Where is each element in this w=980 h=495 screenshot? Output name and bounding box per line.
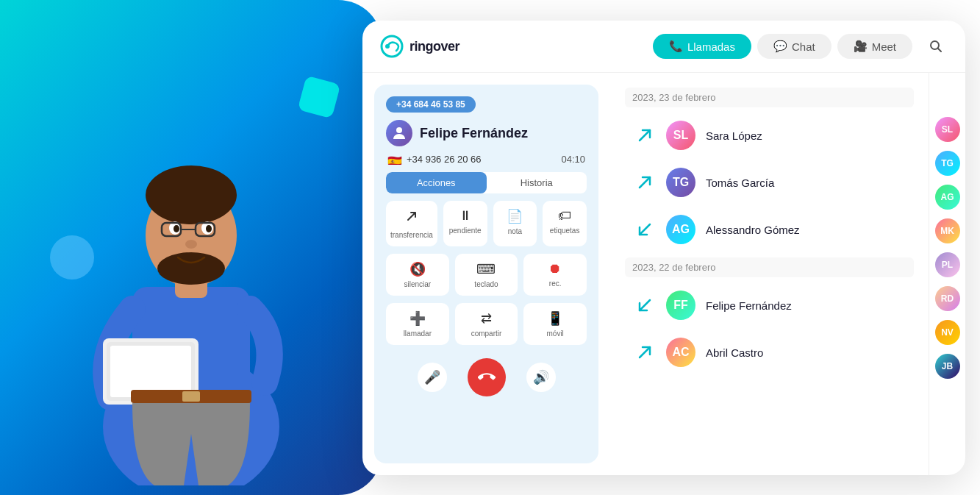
call-in-icon-2 — [634, 294, 656, 316]
contact-tomas[interactable]: TG Tomás García — [625, 160, 914, 204]
mobile-button[interactable]: 📱 móvil — [523, 303, 587, 345]
keypad-button[interactable]: ⌨ teclado — [455, 254, 518, 296]
share-button[interactable]: ⇄ compartir — [455, 303, 518, 345]
mute-icon: 🔇 — [409, 261, 426, 277]
side-avatar-5[interactable]: PL — [935, 252, 960, 277]
action-grid: transferencia ⏸ pendiente 📄 nota 🏷 etiqu… — [386, 201, 587, 246]
pause-icon: ⏸ — [459, 208, 472, 224]
share-icon: ⇄ — [481, 310, 492, 327]
note-icon: 📄 — [507, 208, 523, 224]
call-duration: 04:10 — [561, 154, 585, 165]
contact-sara[interactable]: SL Sara López — [625, 113, 914, 157]
mic-button[interactable]: 🎤 — [418, 363, 447, 392]
avatar-tomas: TG — [666, 168, 695, 197]
call-controls: 🎤 🔊 — [386, 352, 587, 402]
svg-rect-16 — [110, 346, 191, 397]
mobile-label: móvil — [546, 330, 563, 338]
call-out-icon — [634, 124, 656, 146]
side-avatar-3[interactable]: AG — [935, 185, 960, 210]
contact-felipe[interactable]: FF Felipe Fernández — [625, 283, 914, 327]
phone-icon: 📞 — [669, 40, 683, 53]
contact-abril[interactable]: AC Abril Castro — [625, 330, 914, 374]
end-call-button[interactable] — [468, 358, 506, 396]
transfer-label: transferencia — [390, 231, 433, 239]
tags-button[interactable]: 🏷 etiquetas — [543, 201, 587, 246]
tab-chat[interactable]: 💬 Chat — [757, 34, 831, 59]
search-button[interactable] — [924, 35, 948, 58]
contact-alessandro[interactable]: AG Alessandro Gómez — [625, 207, 914, 252]
side-avatar-8[interactable]: JB — [935, 354, 960, 379]
note-button[interactable]: 📄 nota — [493, 201, 537, 246]
date-header-1: 2023, 23 de febrero — [625, 88, 914, 107]
tab-historia[interactable]: Historia — [487, 172, 587, 193]
video-icon: 🎥 — [854, 40, 868, 53]
tab-meet[interactable]: 🎥 Meet — [837, 34, 912, 59]
flag-icon: 🇪🇸 — [387, 154, 402, 165]
caller-info: Felipe Fernández — [386, 120, 587, 146]
tags-label: etiquetas — [550, 227, 580, 235]
side-avatar-1[interactable]: SL — [935, 117, 960, 142]
call-out-icon-3 — [634, 341, 656, 363]
secondary-grid: 🔇 silenciar ⌨ teclado ⏺ rec. — [386, 254, 587, 296]
side-avatar-6[interactable]: RD — [935, 286, 960, 311]
avatar-abril: AC — [666, 338, 695, 367]
call-number-row: 🇪🇸 +34 936 26 20 66 04:10 — [386, 154, 587, 165]
transfer-button[interactable]: transferencia — [386, 201, 437, 246]
call-in-icon — [634, 218, 656, 241]
call-tabs: Acciones Historia — [386, 172, 587, 193]
svg-line-22 — [938, 49, 942, 52]
app-card: ringover 📞 Llamadas 💬 Chat 🎥 Meet — [362, 21, 965, 475]
caller-name: Felipe Fernández — [420, 126, 528, 141]
transfer-icon — [404, 208, 420, 228]
hold-label: pendiente — [449, 227, 482, 235]
keypad-icon: ⌨ — [476, 261, 496, 277]
note-label: nota — [508, 227, 522, 235]
svg-point-23 — [396, 127, 402, 133]
avatar-alessandro: AG — [666, 215, 695, 244]
svg-point-20 — [385, 44, 390, 49]
side-avatar-7[interactable]: NV — [935, 320, 960, 345]
record-button[interactable]: ⏺ rec. — [523, 254, 587, 296]
contact-name-alessandro: Alessandro Gómez — [706, 224, 800, 236]
svg-point-5 — [157, 252, 225, 285]
history-panel: 2023, 23 de febrero SL Sara López — [610, 73, 929, 475]
add-call-button[interactable]: ➕ llamadar — [386, 303, 449, 345]
hold-button[interactable]: ⏸ pendiente — [443, 201, 487, 246]
avatar-felipe: FF — [666, 291, 695, 320]
caller-avatar — [386, 120, 412, 146]
mute-button[interactable]: 🔇 silenciar — [386, 254, 449, 296]
tag-icon: 🏷 — [558, 208, 571, 224]
record-label: rec. — [549, 279, 562, 288]
call-panel: +34 684 46 53 85 Felipe Fernández 🇪🇸 +34… — [374, 85, 598, 463]
logo-text: ringover — [409, 39, 459, 54]
date-header-2: 2023, 22 de febrero — [625, 257, 914, 277]
svg-point-4 — [146, 165, 237, 224]
tertiary-grid: ➕ llamadar ⇄ compartir 📱 móvil — [386, 303, 587, 345]
side-avatar-2[interactable]: TG — [935, 151, 960, 176]
logo-area: ringover — [380, 35, 641, 58]
svg-point-13 — [185, 240, 197, 249]
call-out-icon-2 — [634, 171, 656, 193]
share-label: compartir — [471, 330, 502, 338]
side-avatar-4[interactable]: MK — [935, 218, 960, 243]
contact-name-tomas: Tomás García — [706, 177, 774, 189]
app-header: ringover 📞 Llamadas 💬 Chat 🎥 Meet — [362, 21, 965, 73]
svg-rect-18 — [182, 391, 200, 402]
contact-name-felipe: Felipe Fernández — [706, 299, 792, 312]
mobile-icon: 📱 — [547, 310, 563, 327]
person-image — [44, 44, 338, 485]
tab-llamadas[interactable]: 📞 Llamadas — [653, 34, 751, 59]
app-content: +34 684 46 53 85 Felipe Fernández 🇪🇸 +34… — [362, 73, 965, 475]
keypad-label: teclado — [474, 280, 498, 288]
tab-acciones[interactable]: Acciones — [386, 172, 487, 193]
nav-tabs: 📞 Llamadas 💬 Chat 🎥 Meet — [653, 34, 912, 59]
ringover-logo-icon — [380, 35, 404, 58]
record-icon: ⏺ — [548, 261, 562, 277]
svg-point-9 — [206, 225, 212, 232]
speaker-button[interactable]: 🔊 — [526, 363, 556, 392]
call-number-badge: +34 684 46 53 85 — [386, 96, 476, 113]
contact-name-abril: Abril Castro — [706, 346, 763, 359]
call-flag-number: 🇪🇸 +34 936 26 20 66 — [387, 154, 482, 165]
add-call-label: llamadar — [404, 330, 432, 338]
svg-point-8 — [174, 225, 179, 232]
